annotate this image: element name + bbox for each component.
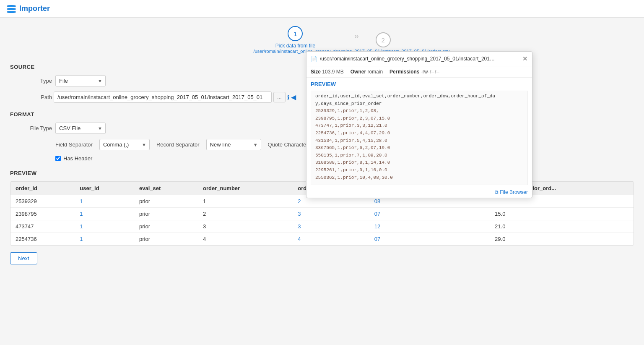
col-header-user-id: user_id — [75, 182, 134, 195]
file-preview-title: PREVIEW — [306, 78, 532, 89]
path-browse-button[interactable]: ... — [273, 92, 286, 102]
next-button[interactable]: Next — [10, 252, 37, 264]
app-title: Importer — [19, 4, 50, 13]
table-cell: 2254736 — [10, 233, 75, 246]
file-preview-content: order_id,user_id,eval_set,order_number,o… — [311, 91, 528, 185]
table-cell: prior — [134, 208, 198, 220]
step-1-number: 1 — [293, 30, 297, 37]
step-2-block: 2 — [376, 32, 391, 47]
record-sep-select-wrapper[interactable]: New line Carriage Return Custom ▼ — [206, 139, 261, 150]
expand-icon[interactable]: ◀ — [291, 93, 296, 101]
table-cell: 1 — [75, 208, 134, 220]
preview-line: 2295261,1,prior,9,1,16,0.0 — [315, 167, 523, 174]
preview-line: 3367565,1,prior,6,2,07,19.0 — [315, 144, 523, 152]
step-2-number: 2 — [381, 37, 384, 44]
app-logo-icon — [7, 4, 16, 13]
table-cell: 21.0 — [490, 220, 634, 233]
preview-line: 2539329,1,prior,1,2,08, — [315, 107, 523, 115]
file-type-select[interactable]: CSV File JSON Parquet Excel — [55, 123, 106, 134]
table-cell: 07 — [369, 233, 490, 246]
record-sep-label: Record Separator — [156, 141, 200, 148]
table-cell: 473747 — [10, 220, 75, 233]
has-header-label[interactable]: Has Header — [63, 155, 92, 162]
quote-char-label: Quote Character — [268, 141, 308, 148]
info-icon[interactable]: ℹ — [287, 94, 289, 101]
has-header-checkbox[interactable] — [55, 156, 61, 161]
table-cell: 4 — [198, 233, 293, 246]
file-popup: 📄 /user/romain/instacart_online_grocery_… — [306, 51, 532, 198]
preview-line: order_id,user_id,eval_set,order_number,o… — [315, 93, 523, 100]
preview-line: y,days_since_prior_order — [315, 100, 523, 108]
file-type-select-wrapper[interactable]: CSV File JSON Parquet Excel ▼ — [55, 123, 106, 134]
col-header-order-id: order_id — [10, 182, 75, 195]
table-cell: 12 — [369, 220, 490, 233]
preview-line: 550135,1,prior,7,1,09,20.0 — [315, 152, 523, 159]
table-cell: prior — [134, 195, 198, 208]
table-row: 4737471prior331221.0 — [10, 220, 634, 233]
file-meta: Size 103.9 MB Owner romain Permissions -… — [306, 66, 532, 78]
field-sep-select-wrapper[interactable]: Comma (,) Tab Semicolon Pipe ▼ — [99, 139, 150, 150]
step-2-circle: 2 — [376, 32, 391, 47]
popup-close-icon[interactable]: ✕ — [522, 55, 528, 63]
record-sep-select[interactable]: New line Carriage Return Custom — [206, 139, 261, 150]
table-cell: 29.0 — [490, 233, 634, 246]
field-sep-label: Field Separator — [55, 141, 93, 148]
table-cell: 07 — [369, 208, 490, 220]
table-cell: 2539329 — [10, 195, 75, 208]
preview-table-body: 25393291prior120823987951prior230715.047… — [10, 195, 634, 246]
col-header-order-number: order_number — [198, 182, 293, 195]
table-cell: 2398795 — [10, 208, 75, 220]
preview-line: 2254736,1,prior,4,4,07,29.0 — [315, 130, 523, 137]
table-cell: 15.0 — [490, 208, 634, 220]
file-popup-path: /user/romain/instacart_online_grocery_sh… — [320, 56, 520, 62]
table-cell: prior — [134, 233, 198, 246]
wizard-steps: 1 Pick data from file /user/romain/insta… — [10, 26, 634, 54]
file-browser-link[interactable]: ⧉ File Browser — [306, 187, 532, 198]
preview-line: 2398795,1,prior,2,3,07,15.0 — [315, 115, 523, 123]
file-permissions: Permissions -rw-r--r-- — [390, 69, 439, 75]
table-cell: 1 — [75, 220, 134, 233]
col-header-eval-set: eval_set — [134, 182, 198, 195]
file-type-label: File Type — [10, 125, 52, 131]
preview-line: 431534,1,prior,5,4,15,28.0 — [315, 137, 523, 145]
step-1-circle: 1 — [288, 26, 303, 41]
table-cell: 1 — [75, 195, 134, 208]
table-cell: 3 — [293, 208, 369, 220]
step-arrow: » — [354, 31, 358, 41]
table-cell: 3 — [293, 220, 369, 233]
table-cell: 1 — [75, 233, 134, 246]
file-doc-icon: 📄 — [311, 56, 317, 62]
table-row: 22547361prior440729.0 — [10, 233, 634, 246]
preview-line: 473747,1,prior,3,3,12,21.0 — [315, 122, 523, 130]
table-cell: 3 — [198, 220, 293, 233]
step-1-block: 1 Pick data from file /user/romain/insta… — [253, 26, 337, 54]
file-owner: Owner romain — [351, 69, 383, 75]
file-size: Size 103.9 MB — [311, 69, 344, 75]
table-cell: prior — [134, 220, 198, 233]
file-popup-header: 📄 /user/romain/instacart_online_grocery_… — [306, 52, 532, 66]
path-label: Path — [10, 94, 52, 100]
field-sep-select[interactable]: Comma (,) Tab Semicolon Pipe — [99, 139, 150, 150]
main-content: 1 Pick data from file /user/romain/insta… — [0, 18, 644, 273]
table-cell: 2 — [198, 208, 293, 220]
table-row: 23987951prior230715.0 — [10, 208, 634, 220]
type-label: Type — [10, 78, 52, 84]
app-header: Importer — [0, 0, 644, 18]
table-cell: 1 — [198, 195, 293, 208]
type-select-wrapper[interactable]: File Database URL ▼ — [55, 75, 106, 86]
table-cell: 4 — [293, 233, 369, 246]
preview-line: 3108588,1,prior,8,1,14,14.0 — [315, 159, 523, 167]
preview-line: 2550362,1,prior,10,4,08,30.0 — [315, 174, 523, 182]
type-select[interactable]: File Database URL — [55, 75, 106, 86]
path-input[interactable] — [54, 91, 272, 103]
